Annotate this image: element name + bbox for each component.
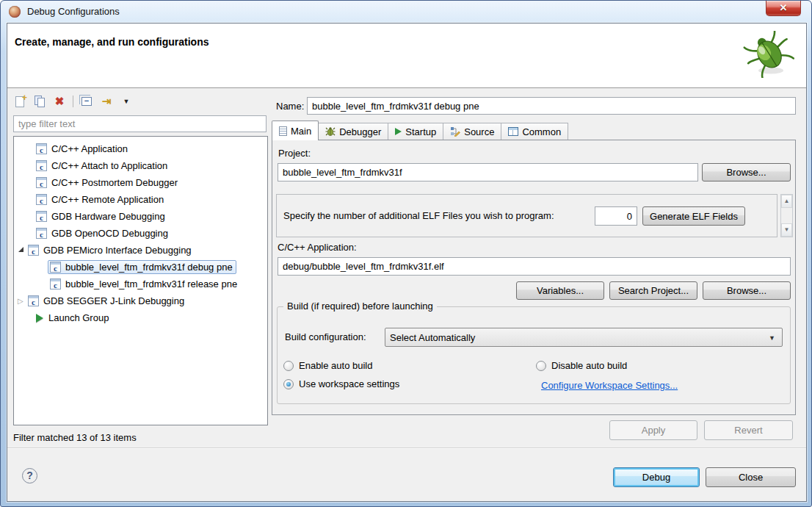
scroll-down-button[interactable]: ▼: [781, 223, 792, 237]
tree-item-label: bubble_level_ftm_frdmkv31f debug pne: [65, 262, 233, 273]
c-file-icon: c: [50, 262, 61, 273]
page-title: Create, manage, and run configurations: [15, 36, 209, 48]
elf-count-input[interactable]: [595, 206, 637, 226]
search-project-button[interactable]: Search Project...: [609, 281, 697, 300]
tree-item-gdb-segger[interactable]: ▷ c GDB SEGGER J-Link Debugging: [14, 292, 267, 309]
source-tree-icon: [450, 126, 460, 137]
tab-bar: Main Debugger Startup: [272, 121, 568, 140]
close-button[interactable]: ✕: [766, 1, 801, 16]
scroll-up-button[interactable]: ▲: [781, 195, 792, 208]
build-configuration-label: Build configuration:: [285, 331, 366, 342]
chevron-down-icon: ▼: [769, 334, 775, 342]
c-file-icon: c: [36, 194, 47, 205]
radio-icon[interactable]: [536, 361, 546, 371]
delete-configuration-button[interactable]: ✖: [53, 95, 66, 108]
project-browse-button[interactable]: Browse...: [702, 163, 791, 181]
apply-button[interactable]: Apply: [609, 420, 697, 440]
help-button[interactable]: ?: [22, 468, 37, 483]
expander-collapsed-icon[interactable]: ▷: [18, 297, 26, 305]
tree-item-launch-group[interactable]: Launch Group: [14, 309, 267, 326]
radio-checked-icon[interactable]: [283, 379, 294, 389]
tab-debugger[interactable]: Debugger: [319, 123, 388, 140]
tab-label: Source: [464, 126, 494, 137]
filter-status: Filter matched 13 of 13 items: [13, 432, 137, 443]
play-icon: [395, 128, 402, 135]
build-group-label: Build (if required) before launching: [283, 301, 437, 312]
tree-item-cpp-postmortem[interactable]: c C/C++ Postmortem Debugger: [14, 174, 267, 191]
application-input[interactable]: [278, 257, 791, 276]
name-label: Name:: [276, 101, 304, 112]
launch-group-icon: [36, 314, 43, 323]
titlebar[interactable]: Debug Configurations ✕: [1, 1, 811, 23]
tree-selection-highlight: c bubble_level_ftm_frdmkv31f debug pne: [48, 260, 236, 274]
elf-files-section: Specify the number of additional ELF Fil…: [276, 194, 777, 237]
build-group: Build (if required) before launching Bui…: [277, 306, 791, 404]
tree-item-cpp-attach[interactable]: c C/C++ Attach to Application: [14, 157, 267, 174]
close-icon: ✕: [780, 2, 788, 13]
new-config-icon: +: [15, 96, 24, 107]
tree-item-debug-pne-selected[interactable]: c bubble_level_ftm_frdmkv31f debug pne: [14, 259, 267, 276]
tab-common[interactable]: Common: [501, 123, 568, 140]
filter-configurations-button[interactable]: ⇥: [100, 95, 113, 108]
radio-icon[interactable]: [283, 361, 294, 371]
project-input[interactable]: [278, 163, 698, 181]
tree-item-label: C/C++ Attach to Application: [51, 160, 167, 171]
application-label: C/C++ Application:: [278, 242, 357, 253]
debug-button[interactable]: Debug: [613, 467, 700, 487]
variables-button[interactable]: Variables...: [516, 281, 604, 300]
tree-item-label: GDB SEGGER J-Link Debugging: [43, 295, 184, 306]
configure-workspace-settings-link[interactable]: Configure Workspace Settings...: [541, 380, 678, 391]
chevron-down-icon: ▼: [123, 98, 130, 105]
elf-section-scrollbar[interactable]: ▲ ▼: [780, 194, 793, 237]
revert-button[interactable]: Revert: [704, 420, 793, 440]
tab-label: Debugger: [339, 126, 381, 137]
c-file-icon: c: [36, 228, 47, 239]
build-configuration-select[interactable]: Select Automatically ▼: [385, 328, 783, 347]
debug-configurations-window: Debug Configurations ✕ Create, manage, a…: [0, 0, 812, 507]
bug-small-icon: [325, 126, 336, 137]
application-browse-button[interactable]: Browse...: [703, 281, 791, 300]
bug-icon: [743, 31, 794, 78]
tree-item-label: Launch Group: [48, 312, 109, 323]
generate-elf-fields-button[interactable]: Generate ELF Fields: [642, 206, 745, 226]
toolbar-menu-button[interactable]: ▼: [120, 95, 133, 108]
scroll-track[interactable]: [781, 208, 792, 223]
main-tab-content: Project: Browse... Specify the number of…: [272, 140, 796, 415]
tab-startup[interactable]: Startup: [388, 123, 443, 140]
radio-enable-auto-build[interactable]: Enable auto build: [283, 360, 372, 371]
c-file-icon: c: [36, 160, 47, 171]
new-configuration-button[interactable]: +: [13, 95, 26, 108]
filter-icon: ⇥: [102, 95, 112, 108]
radio-use-workspace-settings[interactable]: Use workspace settings: [283, 378, 399, 389]
toolbar-separator: [73, 96, 73, 107]
tree-item-cpp-application[interactable]: c C/C++ Application: [14, 140, 267, 157]
plus-icon: +: [22, 93, 27, 103]
tree-item-gdb-pemicro[interactable]: c GDB PEMicro Interface Debugging: [14, 242, 267, 259]
collapse-all-button[interactable]: −: [80, 95, 93, 108]
tree-item-gdb-hardware[interactable]: c GDB Hardware Debugging: [14, 208, 267, 225]
app-icon: [9, 6, 21, 18]
radio-disable-auto-build[interactable]: Disable auto build: [536, 360, 627, 371]
collapse-all-icon: −: [81, 97, 92, 106]
c-file-icon: c: [28, 295, 39, 306]
filter-input[interactable]: [13, 115, 267, 132]
name-input[interactable]: [307, 97, 796, 115]
config-tree: c C/C++ Application c C/C++ Attach to Ap…: [13, 136, 268, 425]
tree-item-label: bubble_level_ftm_frdmkv31f release pne: [65, 278, 237, 290]
table-icon: [508, 127, 518, 136]
duplicate-configuration-button[interactable]: [33, 95, 46, 108]
c-file-icon: c: [50, 278, 61, 290]
dialog-client-area: Create, manage, and run configurations: [7, 23, 807, 502]
close-dialog-button[interactable]: Close: [706, 467, 796, 487]
elf-files-label: Specify the number of additional ELF Fil…: [283, 210, 554, 221]
tree-item-cpp-remote[interactable]: c C/C++ Remote Application: [14, 191, 267, 208]
c-file-icon: c: [36, 177, 47, 188]
tree-item-release-pne[interactable]: c bubble_level_ftm_frdmkv31f release pne: [14, 276, 267, 292]
tree-item-label: C/C++ Application: [51, 143, 128, 154]
tab-source[interactable]: Source: [443, 123, 501, 140]
expander-expanded-icon[interactable]: [18, 247, 23, 252]
c-file-icon: c: [36, 143, 47, 154]
header-banner: Create, manage, and run configurations: [7, 24, 806, 88]
tree-item-gdb-openocd[interactable]: c GDB OpenOCD Debugging: [14, 225, 267, 242]
tab-main[interactable]: Main: [272, 121, 319, 140]
